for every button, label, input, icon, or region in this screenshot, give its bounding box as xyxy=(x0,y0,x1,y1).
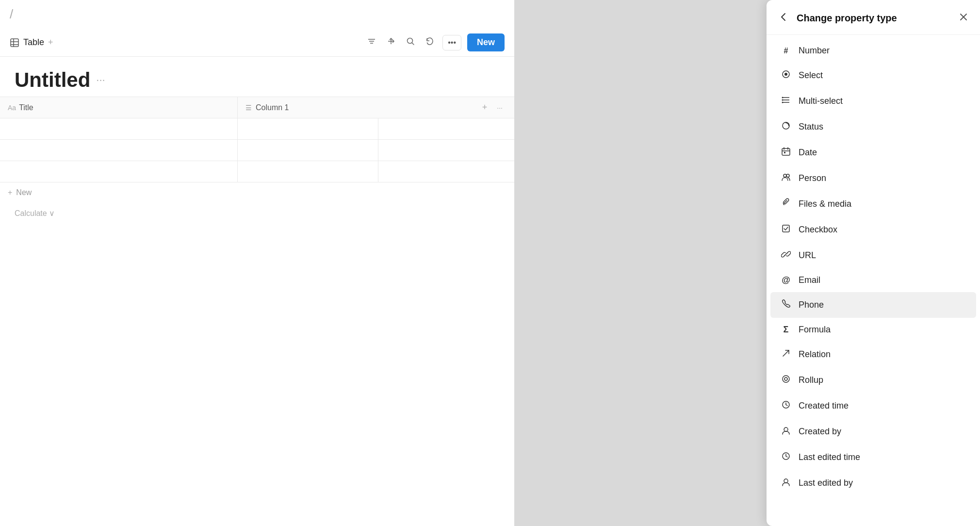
property-type-formula[interactable]: Σ Formula xyxy=(770,318,976,342)
svg-rect-30 xyxy=(783,225,789,232)
search-button[interactable] xyxy=(404,34,417,50)
row-3-extra-cell xyxy=(378,161,514,182)
column-more-button[interactable]: ··· xyxy=(493,100,506,115)
panel-close-button[interactable] xyxy=(957,10,970,26)
table-label: Table xyxy=(23,37,44,48)
date-icon xyxy=(780,147,792,159)
files-media-icon xyxy=(780,198,792,210)
add-column-button[interactable]: + xyxy=(478,100,491,115)
new-record-button[interactable]: New xyxy=(467,33,505,51)
page-title-more-button[interactable]: ··· xyxy=(96,74,105,86)
add-view-button[interactable]: + xyxy=(48,37,53,48)
property-type-checkbox[interactable]: Checkbox xyxy=(770,217,976,243)
svg-point-14 xyxy=(784,73,787,76)
multi-select-label: Multi-select xyxy=(799,96,843,106)
row-2-col1-cell[interactable] xyxy=(238,140,378,161)
property-type-number[interactable]: # Number xyxy=(770,39,976,63)
table-icon xyxy=(10,38,19,48)
url-icon xyxy=(780,249,792,262)
more-options-button[interactable]: ••• xyxy=(442,35,461,50)
property-type-email[interactable]: @ Email xyxy=(770,268,976,292)
svg-rect-23 xyxy=(782,148,790,155)
multi-select-icon xyxy=(780,95,792,107)
property-type-list: # Number Select xyxy=(767,35,980,526)
change-property-panel: Change property type # Number Select xyxy=(767,0,980,526)
svg-point-34 xyxy=(784,378,787,380)
title-aa-icon: Aa xyxy=(8,104,16,112)
table-row xyxy=(0,140,514,161)
calculate-button[interactable]: Calculate ∨ xyxy=(0,203,238,224)
select-icon xyxy=(780,69,792,82)
checkbox-label: Checkbox xyxy=(799,225,837,235)
date-label: Date xyxy=(799,148,817,158)
rollup-label: Rollup xyxy=(799,375,823,385)
status-icon xyxy=(780,121,792,133)
property-type-relation[interactable]: Relation xyxy=(770,342,976,367)
svg-point-42 xyxy=(784,479,788,483)
svg-line-41 xyxy=(786,456,787,457)
property-type-multi-select[interactable]: Multi-select xyxy=(770,88,976,114)
row-2-title-cell[interactable] xyxy=(0,140,238,161)
svg-point-28 xyxy=(784,174,786,177)
panel-title: Change property type xyxy=(797,13,951,24)
calculate-label: Calculate xyxy=(15,209,47,218)
property-type-person[interactable]: Person xyxy=(770,165,976,191)
last-edited-by-icon xyxy=(780,477,792,489)
table-header: Aa Title ☰ Column 1 + ··· xyxy=(0,97,514,118)
url-label: URL xyxy=(799,250,816,261)
email-label: Email xyxy=(799,275,820,285)
property-type-files-media[interactable]: Files & media xyxy=(770,191,976,217)
column-1-label: Column 1 xyxy=(256,103,289,112)
column-1-icon: ☰ xyxy=(245,104,252,112)
last-edited-by-label: Last edited by xyxy=(799,478,853,488)
property-type-select[interactable]: Select xyxy=(770,63,976,88)
add-row-label: New xyxy=(16,188,32,197)
person-icon xyxy=(780,172,792,184)
toolbar-right: ••• New xyxy=(365,33,505,51)
relation-icon xyxy=(780,348,792,361)
row-3-col1-cell[interactable] xyxy=(238,161,378,182)
row-1-title-cell[interactable] xyxy=(0,118,238,139)
svg-rect-0 xyxy=(11,39,18,47)
property-type-created-time[interactable]: Created time xyxy=(770,393,976,419)
svg-point-38 xyxy=(784,427,788,431)
row-3-title-cell[interactable] xyxy=(0,161,238,182)
svg-point-19 xyxy=(782,99,784,101)
panel-header: Change property type xyxy=(767,0,980,35)
property-type-status[interactable]: Status xyxy=(770,114,976,140)
main-area: / Table + xyxy=(0,0,514,526)
svg-rect-27 xyxy=(784,152,785,153)
sort-button[interactable] xyxy=(384,34,398,50)
checkbox-icon xyxy=(780,224,792,236)
svg-line-37 xyxy=(786,405,787,406)
row-2-extra-cell xyxy=(378,140,514,161)
created-by-icon xyxy=(780,426,792,438)
panel-back-button[interactable] xyxy=(776,10,791,27)
title-column-label: Title xyxy=(19,103,33,112)
table-container: Aa Title ☰ Column 1 + ··· xyxy=(0,97,514,182)
column-1-header: ☰ Column 1 + ··· xyxy=(238,97,514,118)
row-1-extra-cell xyxy=(378,118,514,139)
svg-point-18 xyxy=(782,97,784,99)
filter-button[interactable] xyxy=(365,34,378,50)
select-label: Select xyxy=(799,70,823,81)
email-icon: @ xyxy=(780,275,792,285)
files-media-label: Files & media xyxy=(799,199,851,209)
property-type-phone[interactable]: Phone xyxy=(770,292,976,318)
status-label: Status xyxy=(799,122,823,132)
created-by-label: Created by xyxy=(799,427,841,437)
property-type-rollup[interactable]: Rollup xyxy=(770,367,976,393)
phone-icon xyxy=(780,299,792,311)
created-time-label: Created time xyxy=(799,401,849,411)
property-type-url[interactable]: URL xyxy=(770,243,976,268)
property-type-date[interactable]: Date xyxy=(770,140,976,165)
property-type-last-edited-time[interactable]: Last edited time xyxy=(770,444,976,470)
toolbar-left: Table + xyxy=(10,37,361,48)
property-type-created-by[interactable]: Created by xyxy=(770,419,976,444)
toolbar: Table + xyxy=(0,29,514,57)
property-type-last-edited-by[interactable]: Last edited by xyxy=(770,470,976,496)
undo-button[interactable] xyxy=(423,34,437,50)
breadcrumb: / xyxy=(0,0,514,29)
row-1-col1-cell[interactable] xyxy=(238,118,378,139)
add-row-button[interactable]: + New xyxy=(0,182,39,203)
